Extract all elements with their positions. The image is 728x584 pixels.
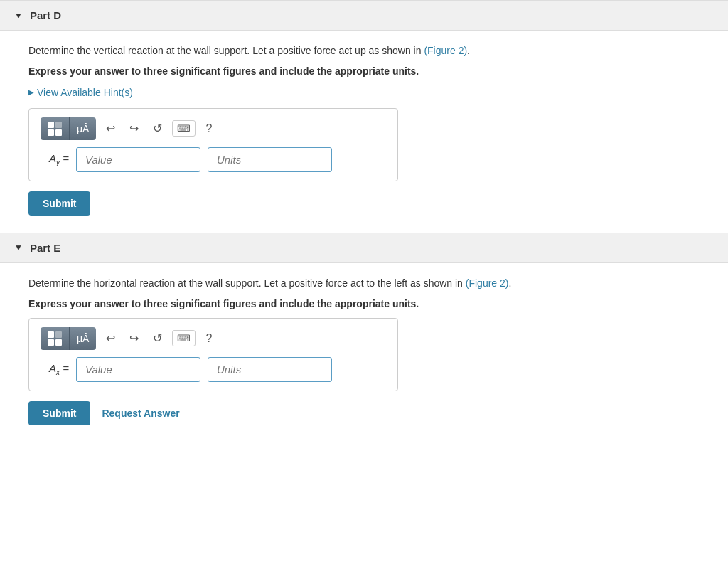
- part-e-grid-button[interactable]: [41, 327, 70, 350]
- part-d-instruction: Express your answer to three significant…: [28, 65, 700, 77]
- part-e-btn-group: μÂ: [41, 327, 96, 350]
- part-e-keyboard-button[interactable]: ⌨: [172, 330, 196, 346]
- part-e-mu-button[interactable]: μÂ: [70, 327, 96, 350]
- part-d-undo-button[interactable]: ↩: [102, 119, 119, 138]
- part-d-redo-button[interactable]: ↪: [125, 119, 143, 138]
- part-d-header: ▼ Part D: [0, 0, 728, 31]
- part-e-collapse-arrow[interactable]: ▼: [14, 243, 23, 253]
- mu-label-e: μÂ: [77, 333, 89, 344]
- part-e-input-row: Ax =: [41, 357, 386, 382]
- part-d-units-input[interactable]: [208, 147, 332, 172]
- part-e-submit-button[interactable]: Submit: [28, 401, 90, 425]
- part-d-title: Part D: [30, 9, 61, 21]
- part-e-help-button[interactable]: ?: [201, 329, 216, 348]
- part-d-toolbar: μÂ ↩ ↪ ↺ ⌨ ?: [41, 117, 386, 140]
- part-e-value-input[interactable]: [76, 357, 200, 382]
- part-d-collapse-arrow[interactable]: ▼: [14, 11, 23, 21]
- part-e-description: Determine the horizontal reaction at the…: [28, 276, 700, 291]
- part-e-refresh-button[interactable]: ↺: [149, 329, 166, 348]
- part-e-header: ▼ Part E: [0, 233, 728, 263]
- part-e-toolbar: μÂ ↩ ↪ ↺ ⌨ ?: [41, 327, 386, 350]
- part-e-input-box: μÂ ↩ ↪ ↺ ⌨ ? Ax =: [28, 318, 398, 391]
- part-e-variable-label: Ax =: [41, 362, 69, 376]
- part-d-body: Determine the vertical reaction at the w…: [0, 31, 728, 233]
- part-d-grid-button[interactable]: [41, 117, 70, 140]
- part-e-units-input[interactable]: [208, 357, 332, 382]
- part-e-section: ▼ Part E Determine the horizontal reacti…: [0, 233, 728, 442]
- part-e-figure-link[interactable]: (Figure 2): [466, 277, 509, 289]
- part-d-section: ▼ Part D Determine the vertical reaction…: [0, 0, 728, 233]
- part-d-variable-label: Ay =: [41, 152, 69, 166]
- mu-label: μÂ: [77, 123, 89, 134]
- part-d-hint-link[interactable]: View Available Hint(s): [28, 87, 133, 98]
- part-d-mu-button[interactable]: μÂ: [70, 117, 96, 140]
- part-d-refresh-button[interactable]: ↺: [149, 119, 166, 138]
- part-d-btn-group: μÂ: [41, 117, 96, 140]
- part-e-title: Part E: [30, 242, 60, 254]
- part-d-description: Determine the vertical reaction at the w…: [28, 43, 700, 58]
- part-d-help-button[interactable]: ?: [201, 120, 216, 138]
- part-e-request-answer-link[interactable]: Request Answer: [102, 408, 179, 419]
- part-d-figure-link[interactable]: (Figure 2): [424, 45, 467, 56]
- grid-icon: [48, 122, 62, 136]
- part-d-value-input[interactable]: [76, 147, 200, 172]
- part-d-keyboard-button[interactable]: ⌨: [172, 120, 196, 137]
- part-d-submit-button[interactable]: Submit: [28, 191, 90, 216]
- part-e-redo-button[interactable]: ↪: [125, 329, 143, 348]
- part-d-input-box: μÂ ↩ ↪ ↺ ⌨ ? Ay =: [28, 108, 398, 181]
- part-e-undo-button[interactable]: ↩: [102, 329, 119, 348]
- part-d-input-row: Ay =: [41, 147, 386, 172]
- grid-icon-e: [48, 331, 62, 346]
- part-e-instruction: Express your answer to three significant…: [28, 298, 700, 309]
- part-e-action-row: Submit Request Answer: [28, 401, 700, 425]
- part-e-body: Determine the horizontal reaction at the…: [0, 263, 728, 442]
